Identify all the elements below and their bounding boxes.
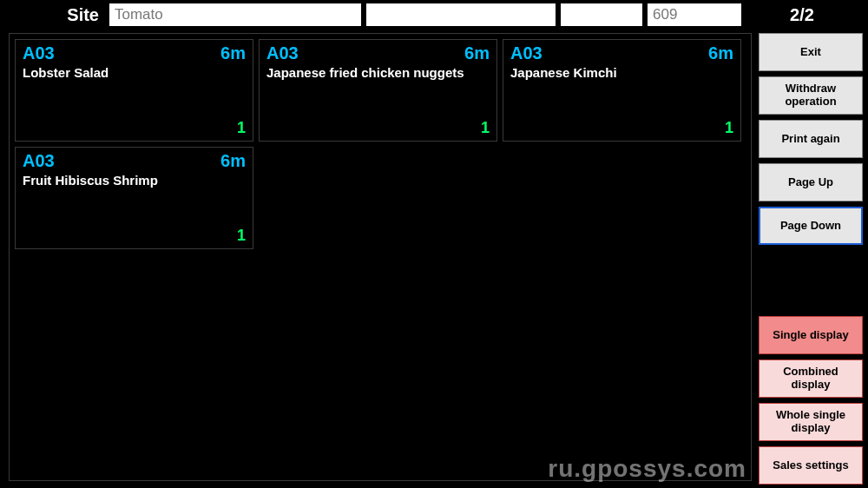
order-time: 6m bbox=[220, 151, 246, 171]
order-qty: 1 bbox=[266, 119, 490, 137]
order-card[interactable]: A03 6m Lobster Salad 1 bbox=[15, 39, 253, 142]
order-code: A03 bbox=[510, 43, 542, 63]
order-qty: 1 bbox=[23, 227, 246, 245]
page-indicator: 2/2 bbox=[746, 5, 858, 25]
order-item-name: Japanese Kimchi bbox=[510, 65, 733, 80]
top-bar: Site 2/2 bbox=[0, 0, 868, 30]
order-grid: A03 6m Lobster Salad 1 A03 6m Japanese f… bbox=[9, 33, 752, 481]
filter-input-1[interactable] bbox=[366, 3, 556, 26]
filter-input-2[interactable] bbox=[561, 3, 642, 26]
order-code: A03 bbox=[23, 43, 55, 63]
order-qty: 1 bbox=[510, 119, 733, 137]
combined-display-button[interactable]: Combined display bbox=[759, 359, 863, 398]
sales-settings-button[interactable]: Sales settings bbox=[759, 446, 863, 485]
whole-single-display-button[interactable]: Whole single display bbox=[759, 403, 863, 441]
exit-button[interactable]: Exit bbox=[759, 33, 863, 71]
withdraw-button[interactable]: Withdraw operation bbox=[759, 76, 863, 115]
page-up-button[interactable]: Page Up bbox=[759, 163, 863, 201]
page-down-button[interactable]: Page Down bbox=[759, 207, 863, 245]
print-again-button[interactable]: Print again bbox=[759, 120, 863, 158]
order-card[interactable]: A03 6m Japanese fried chicken nuggets 1 bbox=[259, 39, 497, 142]
order-code: A03 bbox=[266, 43, 299, 63]
order-qty: 1 bbox=[23, 119, 246, 137]
order-item-name: Japanese fried chicken nuggets bbox=[266, 65, 490, 80]
order-item-name: Fruit Hibiscus Shrimp bbox=[23, 173, 246, 188]
order-card[interactable]: A03 6m Fruit Hibiscus Shrimp 1 bbox=[15, 147, 253, 249]
order-time: 6m bbox=[708, 43, 733, 63]
order-item-name: Lobster Salad bbox=[23, 65, 246, 80]
order-time: 6m bbox=[220, 43, 246, 63]
sidebar: Exit Withdraw operation Print again Page… bbox=[759, 33, 863, 485]
order-card[interactable]: A03 6m Japanese Kimchi 1 bbox=[503, 39, 741, 142]
site-label: Site bbox=[7, 5, 104, 25]
site-input[interactable] bbox=[109, 3, 361, 26]
order-code: A03 bbox=[23, 151, 55, 171]
number-input[interactable] bbox=[648, 3, 741, 26]
single-display-button[interactable]: Single display bbox=[759, 316, 863, 354]
order-time: 6m bbox=[464, 43, 490, 63]
